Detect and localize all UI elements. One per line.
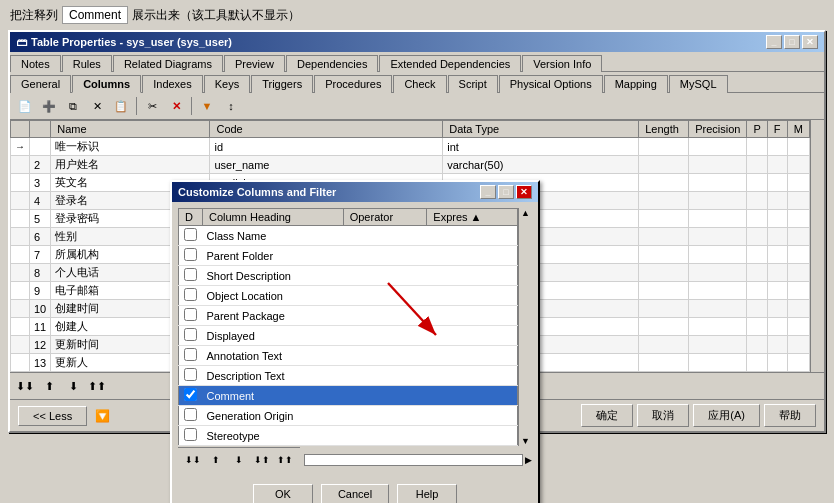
dialog-row[interactable]: Parent Package [179,306,518,326]
toolbar-new-btn[interactable]: 📄 [14,96,36,116]
dialog-row-check[interactable] [179,366,203,386]
dialog-row[interactable]: Parent Folder [179,246,518,266]
toolbar-duplicate-btn[interactable]: ⧉ [62,96,84,116]
tab-mysql[interactable]: MySQL [669,75,728,93]
dialog-row-check[interactable] [179,326,203,346]
dialog-row[interactable]: Object Location [179,286,518,306]
bottom-tb-btn2[interactable]: ⬆ [38,376,60,396]
toolbar-filter-btn[interactable]: ✕ [165,96,187,116]
tab-indexes[interactable]: Indexes [142,75,203,93]
content-area: Name Code Data Type Length Precision P F… [10,120,824,372]
footer-less-btn[interactable]: << Less [18,406,87,426]
h-scrollbar[interactable] [304,454,523,466]
row-num: 10 [30,300,51,318]
col-header-num [30,121,51,138]
tab-triggers[interactable]: Triggers [251,75,313,93]
dialog-minimize-btn[interactable]: _ [480,185,496,199]
dialog-checkbox[interactable] [184,268,197,281]
dialog-checkbox[interactable] [184,248,197,261]
dialog-row-check[interactable] [179,246,203,266]
toolbar-add-btn[interactable]: ➕ [38,96,60,116]
dialog-row[interactable]: Annotation Text [179,346,518,366]
dialog-row[interactable]: Generation Origin [179,406,518,426]
scroll-up-btn[interactable]: ▲ [521,208,530,218]
dialog-row[interactable]: Description Text [179,366,518,386]
dialog-row[interactable]: Stereotype [179,426,518,446]
footer-cancel-btn[interactable]: 取消 [637,404,689,427]
dialog-row[interactable]: Class Name [179,226,518,246]
annotation-comment-btn[interactable]: Comment [62,6,128,24]
restore-button[interactable]: □ [784,35,800,49]
footer-apply-btn[interactable]: 应用(A) [693,404,760,427]
table-row[interactable]: 2 用户姓名 user_name varchar(50) [11,156,810,174]
tab-script[interactable]: Script [448,75,498,93]
tab-extended-dependencies[interactable]: Extended Dependencies [379,55,521,72]
dialog-row-check[interactable] [179,346,203,366]
h-scroll-right[interactable]: ▶ [525,455,532,465]
tab-general[interactable]: General [10,75,71,93]
toolbar-cut-btn[interactable]: ✂ [141,96,163,116]
tab-dependencies[interactable]: Dependencies [286,55,378,72]
dialog-row-check[interactable] [179,306,203,326]
dialog-row-check[interactable] [179,386,203,406]
dialog-scrollbar[interactable]: ▲ ▼ [518,208,532,446]
dlg-tb-btn1[interactable]: ⬇⬇ [182,450,204,470]
dialog-checkbox[interactable] [184,388,197,401]
dialog-row-check[interactable] [179,226,203,246]
dialog-row[interactable]: Short Description [179,266,518,286]
dlg-tb-btn3[interactable]: ⬇ [228,450,250,470]
toolbar-sort-btn[interactable]: ↕ [220,96,242,116]
col-header-code: Code [210,121,443,138]
toolbar-delete-btn[interactable]: ✕ [86,96,108,116]
footer-help-btn[interactable]: 帮助 [764,404,816,427]
dialog-checkbox[interactable] [184,428,197,441]
dialog-row-check[interactable] [179,266,203,286]
table-scrollbar[interactable] [810,120,824,372]
tab-check[interactable]: Check [393,75,446,93]
dialog-row[interactable]: Comment [179,386,518,406]
tab-rules[interactable]: Rules [62,55,112,72]
tab-notes[interactable]: Notes [10,55,61,72]
dialog-checkbox[interactable] [184,408,197,421]
dlg-tb-btn5[interactable]: ⬆⬆ [274,450,296,470]
dialog-help-btn[interactable]: Help [397,484,457,503]
row-num: 8 [30,264,51,282]
bottom-tb-btn1[interactable]: ⬇⬇ [14,376,36,396]
tab-preview[interactable]: Preview [224,55,285,72]
dlg-tb-btn4[interactable]: ⬇⬆ [251,450,273,470]
dialog-ok-btn[interactable]: OK [253,484,313,503]
tab-physical-options[interactable]: Physical Options [499,75,603,93]
tab-mapping[interactable]: Mapping [604,75,668,93]
dialog-row-label: Generation Origin [203,406,518,426]
close-button[interactable]: ✕ [802,35,818,49]
toolbar-customize-btn[interactable]: ▼ [196,96,218,116]
dialog-row-check[interactable] [179,286,203,306]
dialog-restore-btn[interactable]: □ [498,185,514,199]
dialog-row-check[interactable] [179,426,203,446]
row-f [767,300,787,318]
bottom-tb-btn4[interactable]: ⬆⬆ [86,376,108,396]
tab-related-diagrams[interactable]: Related Diagrams [113,55,223,72]
minimize-button[interactable]: _ [766,35,782,49]
dialog-checkbox[interactable] [184,288,197,301]
row-arrow [11,210,30,228]
scroll-down-btn[interactable]: ▼ [521,436,530,446]
dialog-checkbox[interactable] [184,308,197,321]
tab-version-info[interactable]: Version Info [522,55,602,72]
dialog-row-check[interactable] [179,406,203,426]
toolbar-btn5[interactable]: 📋 [110,96,132,116]
dialog-checkbox[interactable] [184,328,197,341]
dialog-checkbox[interactable] [184,348,197,361]
dialog-checkbox[interactable] [184,368,197,381]
dialog-close-btn[interactable]: ✕ [516,185,532,199]
bottom-tb-btn3[interactable]: ⬇ [62,376,84,396]
tab-procedures[interactable]: Procedures [314,75,392,93]
footer-confirm-btn[interactable]: 确定 [581,404,633,427]
dialog-cancel-btn[interactable]: Cancel [321,484,389,503]
dialog-checkbox[interactable] [184,228,197,241]
dialog-row[interactable]: Displayed [179,326,518,346]
tab-keys[interactable]: Keys [204,75,250,93]
dlg-tb-btn2[interactable]: ⬆ [205,450,227,470]
tab-columns[interactable]: Columns [72,75,141,93]
table-row[interactable]: → 唯一标识 id int [11,138,810,156]
